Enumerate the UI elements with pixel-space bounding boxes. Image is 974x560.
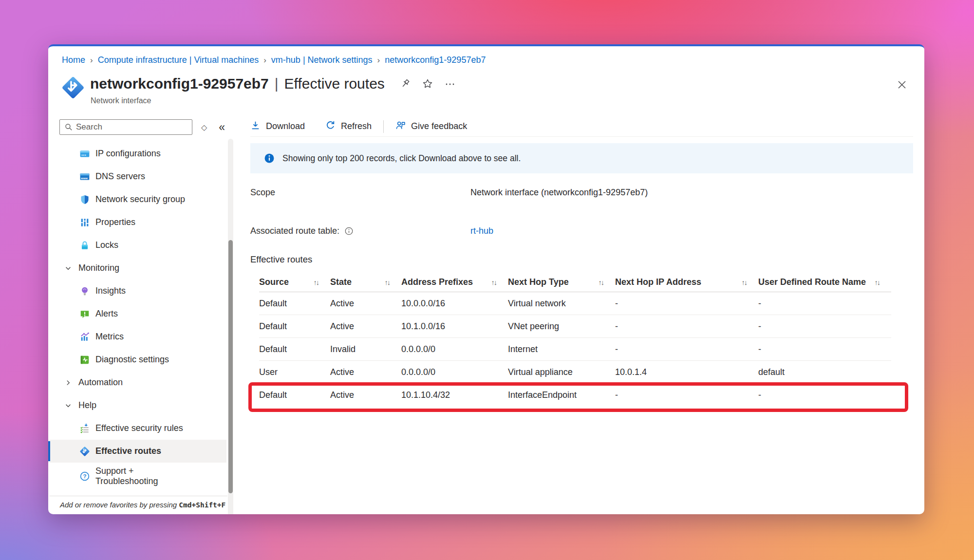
sidebar-item-effective-routes[interactable]: Effective routes	[48, 440, 226, 463]
table-cell: -	[758, 384, 891, 406]
network-interface-route-icon	[61, 75, 85, 100]
breadcrumb-link-home[interactable]: Home	[62, 55, 85, 65]
sidebar-menu: IP configurationswwwDNS serversNetwork s…	[48, 142, 226, 490]
collapse-sidebar-icon[interactable]: «	[219, 122, 225, 133]
dns-servers-icon: www	[79, 171, 90, 182]
chevron-down-icon	[64, 264, 72, 272]
table-row[interactable]: DefaultActive10.1.0.0/16VNet peering--	[259, 315, 891, 338]
table-cell: default	[758, 361, 891, 383]
main-content: Download Refresh Give feedback Showing o…	[250, 114, 913, 407]
table-cell: -	[758, 338, 891, 360]
sort-icon[interactable]: ↑↓	[314, 279, 319, 286]
sidebar-item-diagnostic-settings[interactable]: Diagnostic settings	[48, 348, 226, 371]
column-header-user-defined-route-name[interactable]: User Defined Route Name↑↓	[758, 273, 891, 292]
sidebar-item-dns-servers[interactable]: wwwDNS servers	[48, 165, 226, 188]
sidebar-item-label: Locks	[95, 240, 118, 250]
table-cell: Active	[330, 315, 401, 337]
network-security-group-icon	[79, 194, 90, 205]
feedback-icon	[395, 120, 406, 133]
route-table-link[interactable]: rt-hub	[470, 226, 493, 236]
sidebar-item-network-security-group[interactable]: Network security group	[48, 188, 226, 211]
sidebar-item-label: Metrics	[95, 332, 124, 342]
sidebar-item-insights[interactable]: Insights	[48, 280, 226, 302]
breadcrumb-separator: ›	[377, 56, 380, 65]
breadcrumb-link-vm-hub-network-settings[interactable]: vm-hub | Network settings	[271, 55, 373, 65]
sidebar-scrollbar[interactable]	[228, 139, 233, 514]
sort-icon[interactable]: ↑↓	[599, 279, 604, 286]
table-row-highlighted[interactable]: DefaultActive10.1.10.4/32InterfaceEndpoi…	[259, 384, 891, 407]
sidebar-item-label: Support + Troubleshooting	[95, 466, 158, 486]
sidebar-item-support-troubleshooting[interactable]: ?Support + Troubleshooting	[48, 463, 226, 490]
table-cell: Default	[259, 338, 330, 360]
column-header-next-hop-type[interactable]: Next Hop Type↑↓	[508, 273, 615, 292]
table-cell: Active	[330, 384, 401, 406]
sidebar-item-label: Automation	[78, 377, 123, 388]
insights-icon	[79, 286, 90, 297]
sort-icon[interactable]: ↑↓	[385, 279, 390, 286]
route-table-label: Associated route table:	[250, 226, 339, 236]
info-circle-icon[interactable]	[344, 226, 354, 236]
refresh-button[interactable]: Refresh	[325, 120, 372, 133]
column-header-address-prefixes[interactable]: Address Prefixes↑↓	[401, 273, 508, 292]
table-cell: -	[615, 292, 758, 315]
sidebar-item-locks[interactable]: Locks	[48, 234, 226, 257]
sidebar-section-help[interactable]: Help	[48, 394, 226, 417]
give-feedback-button[interactable]: Give feedback	[395, 120, 467, 133]
column-header-label: Next Hop Type	[508, 277, 569, 287]
search-input[interactable]	[76, 122, 178, 132]
column-header-label: User Defined Route Name	[758, 277, 866, 287]
info-banner-text: Showing only top 200 records, click Down…	[282, 153, 521, 164]
download-button[interactable]: Download	[250, 120, 305, 133]
table-cell: Virtual appliance	[508, 361, 615, 383]
column-header-state[interactable]: State↑↓	[330, 273, 401, 292]
effective-routes-table: Source↑↓State↑↓Address Prefixes↑↓Next Ho…	[250, 273, 891, 407]
sidebar-item-alerts[interactable]: Alerts	[48, 302, 226, 325]
table-row[interactable]: DefaultInvalid0.0.0.0/0Internet--	[259, 338, 891, 361]
ip-configurations-icon	[79, 149, 90, 159]
sidebar-item-ip-configurations[interactable]: IP configurations	[48, 142, 226, 165]
sidebar-section-automation[interactable]: Automation	[48, 371, 226, 394]
column-header-label: Source	[259, 277, 289, 287]
column-header-next-hop-ip-address[interactable]: Next Hop IP Address↑↓	[615, 273, 758, 292]
sidebar-item-effective-security-rules[interactable]: Effective security rules	[48, 417, 226, 440]
scrollbar-thumb[interactable]	[228, 240, 233, 493]
table-body: DefaultActive10.0.0.0/16Virtual network-…	[259, 292, 891, 407]
sidebar-item-label: DNS servers	[95, 171, 145, 182]
table-cell: Internet	[508, 338, 615, 360]
sidebar-item-properties[interactable]: Properties	[48, 211, 226, 234]
sort-icon[interactable]: ↑↓	[875, 279, 880, 286]
sidebar-item-metrics[interactable]: Metrics	[48, 325, 226, 348]
effective-security-rules-icon	[79, 423, 90, 434]
column-header-label: Address Prefixes	[401, 277, 473, 287]
sort-icon[interactable]: ↑↓	[742, 279, 747, 286]
table-cell: Invalid	[330, 338, 401, 360]
resize-handle-icon[interactable]: ◇	[201, 123, 207, 132]
diagnostic-settings-icon	[79, 355, 90, 365]
scope-value: Network interface (networkconfig1-92957e…	[470, 187, 648, 198]
breadcrumb-link-networkconfig1-92957eb7[interactable]: networkconfig1-92957eb7	[385, 55, 486, 65]
close-icon[interactable]	[896, 78, 908, 91]
breadcrumb-link-compute-infrastructure-virtual-machines[interactable]: Compute infrastructure | Virtual machine…	[98, 55, 259, 65]
command-bar: Download Refresh Give feedback	[250, 116, 913, 137]
table-row[interactable]: UserActive0.0.0.0/0Virtual appliance10.0…	[259, 361, 891, 384]
table-cell: Default	[259, 315, 330, 337]
sidebar-item-label: IP configurations	[95, 149, 161, 159]
table-cell: Active	[330, 292, 401, 315]
table-cell: 10.0.0.0/16	[401, 292, 508, 315]
sort-icon[interactable]: ↑↓	[491, 279, 497, 286]
sidebar: ◇ « IP configurationswwwDNS serversNetwo…	[48, 114, 234, 514]
pin-icon[interactable]	[399, 78, 411, 90]
refresh-icon	[325, 120, 336, 133]
effective-routes-icon	[79, 446, 90, 457]
chevron-down-icon	[64, 402, 72, 410]
column-header-source[interactable]: Source↑↓	[259, 273, 330, 292]
table-row[interactable]: DefaultActive10.0.0.0/16Virtual network-…	[259, 292, 891, 315]
sidebar-item-label: Network security group	[95, 194, 185, 205]
resource-type-subtitle: Network interface	[91, 96, 151, 105]
favorite-star-icon[interactable]	[422, 78, 433, 90]
sidebar-section-monitoring[interactable]: Monitoring	[48, 257, 226, 280]
sidebar-item-label: Effective routes	[95, 446, 161, 456]
table-cell: 10.1.10.4/32	[401, 384, 508, 406]
sidebar-item-label: Diagnostic settings	[95, 355, 169, 365]
more-options-icon[interactable]	[444, 78, 456, 90]
